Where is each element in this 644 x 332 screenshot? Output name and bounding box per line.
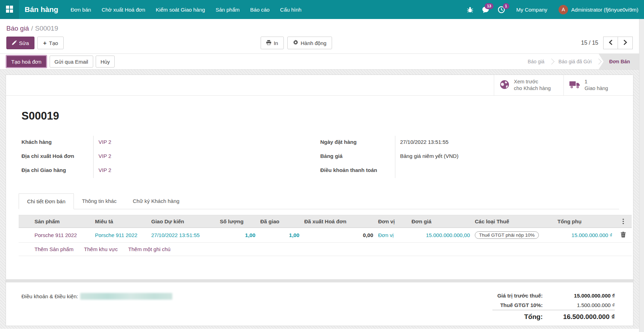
cell-unit-price[interactable]: 15.000.000.000,00 <box>409 228 472 243</box>
field-value-order-date[interactable]: 27/10/2022 13:51:55 <box>395 136 543 150</box>
delivery-label: Giao hàng <box>585 85 608 91</box>
cell-subtotal[interactable]: 15.000.000.000 ₫ <box>555 228 615 243</box>
preview-label-line2: cho Khách hàng <box>514 85 551 91</box>
menu-don-ban[interactable]: Đơn bán <box>65 0 96 19</box>
header-scheduled-date[interactable]: Giao Dự kiến <box>149 215 217 228</box>
form-view-background: Xem trước cho Khách hàng 1 Giao hàng S00… <box>0 70 639 329</box>
kebab-menu-icon[interactable] <box>617 219 629 224</box>
debug-bug-icon[interactable] <box>463 0 478 19</box>
order-line-row[interactable]: Porsche 911 2022 Porsche 911 2022 27/10/… <box>19 228 632 243</box>
apps-menu-button[interactable] <box>0 0 19 19</box>
cell-invoiced[interactable]: 0,00 <box>302 228 376 243</box>
add-section-link[interactable]: Thêm khu vực <box>84 246 118 252</box>
pager-previous-button[interactable] <box>603 37 618 49</box>
messages-icon[interactable]: 13 <box>478 0 493 19</box>
statusbar: Tạo hoá đơn Gửi qua Email Hủy Báo giá Bá… <box>0 53 639 70</box>
menu-san-pham[interactable]: Sản phẩm <box>210 0 245 19</box>
header-product[interactable]: Sản phẩm <box>32 215 93 228</box>
activities-clock-icon[interactable]: 1 <box>493 0 509 19</box>
state-sales-order-active[interactable]: Đơn Bán <box>599 54 639 69</box>
field-label-payment-terms: Điều khoản thanh toán <box>320 164 395 178</box>
terms-attachment-redacted[interactable] <box>80 293 172 300</box>
field-group-right: Ngày đặt hàng 27/10/2022 13:51:55 Bảng g… <box>320 136 619 178</box>
row-handle[interactable] <box>19 228 32 243</box>
tab-customer-signature[interactable]: Chữ ký Khách hàng <box>125 193 187 209</box>
cell-delivered[interactable]: 1,00 <box>258 228 302 243</box>
delivery-count: 1 <box>585 79 587 84</box>
header-unit-price[interactable]: Đơn giá <box>409 215 472 228</box>
header-description[interactable]: Miêu tả <box>93 215 149 228</box>
field-value-pricelist[interactable]: Bảng giá niêm yết (VND) <box>395 150 543 164</box>
field-value-invoice-address[interactable]: VIP 2 <box>93 150 241 164</box>
field-value-customer[interactable]: VIP 2 <box>93 136 241 150</box>
menu-cau-hinh[interactable]: Cấu hình <box>275 0 307 19</box>
state-quotation-sent[interactable]: Báo giá đã Gửi <box>551 54 599 69</box>
field-label-delivery-address: Địa chỉ Giao hàng <box>21 164 93 178</box>
menu-bao-cao[interactable]: Báo cáo <box>245 0 275 19</box>
header-taxes[interactable]: Các loại Thuế <box>472 215 555 228</box>
tab-other-info[interactable]: Thông tin khác <box>74 193 125 209</box>
field-group-left: Khách hàng VIP 2 Địa chỉ xuất Hoá đơn VI… <box>21 136 320 178</box>
header-subtotal[interactable]: Tổng phụ <box>555 215 615 228</box>
field-label-order-date: Ngày đặt hàng <box>320 136 395 150</box>
cell-delete[interactable] <box>615 228 632 243</box>
print-button[interactable]: In <box>261 37 284 49</box>
state-quotation[interactable]: Báo giá <box>521 54 551 69</box>
truck-icon <box>569 81 580 90</box>
app-name[interactable]: Bán hàng <box>19 5 65 14</box>
total-value: 16.500.000.000 ₫ <box>543 310 615 323</box>
add-product-link[interactable]: Thêm Sản phẩm <box>34 246 74 252</box>
cell-quantity[interactable]: 1,00 <box>217 228 258 243</box>
cell-uom[interactable]: Đơn vị <box>376 228 409 243</box>
field-label-customer: Khách hàng <box>21 136 93 150</box>
tax-amount-value: 1.500.000.000 ₫ <box>543 300 615 310</box>
header-invoiced[interactable]: Đã xuất Hoá đơn <box>302 215 376 228</box>
header-uom[interactable]: Đơn vị <box>376 215 409 228</box>
cell-description[interactable]: Porsche 911 2022 <box>93 228 149 243</box>
order-totals: Giá trị trước thuế: 15.000.000.000 ₫ Thu… <box>492 291 615 323</box>
cancel-button[interactable]: Hủy <box>96 56 115 68</box>
record-title: S00019 <box>21 110 619 122</box>
menu-kiem-soat-giao-hang[interactable]: Kiểm soát Giao hàng <box>151 0 210 19</box>
delivery-smart-button[interactable]: 1 Giao hàng <box>563 75 633 95</box>
order-lines-table: Sản phẩm Miêu tả Giao Dự kiến Số lượng Đ… <box>19 215 632 256</box>
avatar: A <box>559 5 568 14</box>
action-menu-button[interactable]: Hành động <box>287 37 332 49</box>
cell-product[interactable]: Porsche 911 2022 <box>32 228 93 243</box>
user-name: Administrator (fj6nyue0vi9m) <box>571 7 638 13</box>
control-panel: Sửa + Tạo In Hành động 15 / 15 <box>0 34 639 53</box>
field-label-invoice-address: Địa chỉ xuất Hoá đơn <box>21 150 93 164</box>
header-delivered[interactable]: Đã giao <box>258 215 302 228</box>
gear-icon <box>293 40 298 46</box>
pager-next-button[interactable] <box>618 37 633 49</box>
user-menu[interactable]: A Administrator (fj6nyue0vi9m) <box>556 5 640 14</box>
field-value-delivery-address[interactable]: VIP 2 <box>93 164 241 178</box>
add-note-link[interactable]: Thêm một ghi chú <box>128 246 171 252</box>
list-scroll-strip <box>6 279 633 282</box>
breadcrumb-quotations-link[interactable]: Báo giá <box>6 25 29 32</box>
header-quantity[interactable]: Số lượng <box>217 215 258 228</box>
create-invoice-button[interactable]: Tạo hoá đơn <box>6 55 47 68</box>
pencil-icon <box>12 40 17 46</box>
company-switcher[interactable]: My Company <box>509 7 556 13</box>
menu-cho-xuat-hoa-don[interactable]: Chờ xuất Hoá đơn <box>96 0 151 19</box>
header-options[interactable] <box>615 215 632 228</box>
vertical-scrollbar[interactable] <box>639 19 644 332</box>
tax-badge: Thuế GTGT phải nộp 10% <box>475 231 539 239</box>
breadcrumb-separator: / <box>29 25 35 32</box>
total-label: Tổng: <box>492 310 543 323</box>
navbar-systray: 13 1 My Company A Administrator (fj6nyue… <box>463 0 644 19</box>
customer-preview-smart-button[interactable]: Xem trước cho Khách hàng <box>494 75 563 95</box>
edit-button[interactable]: Sửa <box>6 37 34 49</box>
tab-order-lines[interactable]: Chi tiết Đơn bán <box>19 193 74 209</box>
terms-label: Điều khoản & Điều kiện: <box>21 293 78 299</box>
smart-button-box: Xem trước cho Khách hàng 1 Giao hàng <box>6 75 633 96</box>
activities-count-badge: 1 <box>503 3 509 9</box>
send-by-email-button[interactable]: Gửi qua Email <box>50 56 93 68</box>
create-button[interactable]: + Tạo <box>37 37 64 49</box>
field-value-payment-terms[interactable] <box>395 164 543 178</box>
cell-scheduled-date[interactable]: 27/10/2022 13:51:55 <box>149 228 217 243</box>
trash-icon[interactable] <box>621 232 626 238</box>
cell-taxes[interactable]: Thuế GTGT phải nộp 10% <box>472 228 555 243</box>
untaxed-amount-label: Giá trị trước thuế: <box>492 291 543 300</box>
